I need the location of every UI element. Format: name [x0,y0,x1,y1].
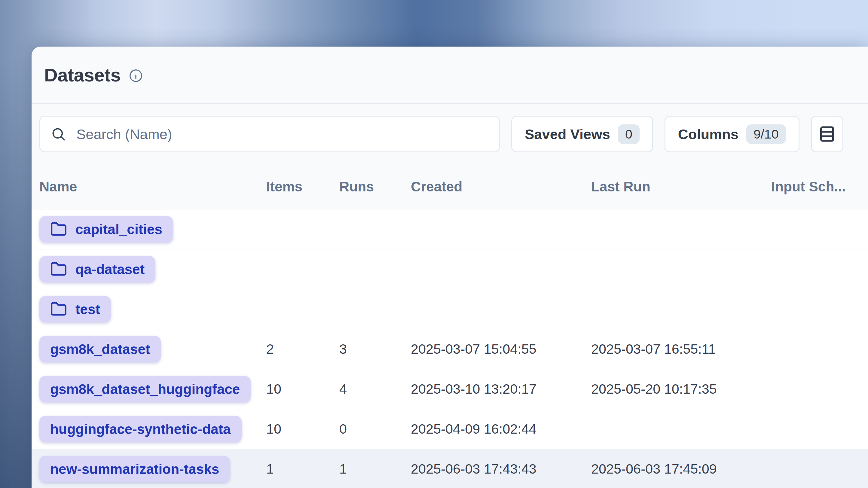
created-cell: 2025-06-03 17:43:43 [411,461,591,477]
items-cell: 10 [266,421,339,437]
last-run-cell: 2025-06-03 17:45:09 [591,461,771,477]
dataset-name-label: gsm8k_dataset_huggingface [50,381,240,397]
column-header-created: Created [411,178,591,195]
search-box [39,116,500,152]
table-row[interactable]: gsm8k_dataset_huggingface 10 4 2025-03-1… [32,369,868,409]
table-body: capital_cities qa-dataset [32,209,868,488]
created-cell: 2025-04-09 16:02:44 [411,421,591,437]
column-header-runs: Runs [339,178,411,195]
dataset-name-badge[interactable]: test [39,296,111,322]
runs-cell: 4 [339,381,411,397]
dataset-name-label: capital_cities [75,221,162,237]
table-row[interactable]: new-summarization-tasks 1 1 2025-06-03 1… [32,449,868,488]
created-cell: 2025-03-07 15:04:55 [411,341,591,357]
table-row[interactable]: test [32,289,868,329]
datasets-panel: Datasets Saved Views 0 Columns 9/10 [32,46,868,488]
dataset-name-cell: gsm8k_dataset [39,336,266,362]
last-run-cell: 2025-05-20 10:17:35 [591,381,771,397]
items-cell: 2 [266,341,339,357]
columns-count-badge: 9/10 [746,124,786,144]
table-header-row: Name Items Runs Created Last Run Input S… [32,164,868,209]
dataset-name-label: new-summarization-tasks [50,461,219,477]
column-header-name: Name [39,178,266,195]
dataset-name-label: qa-dataset [75,261,145,278]
panel-header: Datasets [32,46,868,104]
dataset-name-badge[interactable]: capital_cities [39,216,173,242]
folder-icon [50,261,67,278]
page-title: Datasets [44,64,121,86]
dataset-name-label: gsm8k_dataset [50,341,150,357]
column-header-last-run: Last Run [591,178,771,195]
row-height-button[interactable] [811,116,843,152]
dataset-name-badge[interactable]: new-summarization-tasks [39,456,230,482]
column-header-items: Items [266,178,339,195]
folder-icon [50,301,67,318]
columns-label: Columns [678,126,739,142]
folder-icon [50,221,67,238]
dataset-name-label: huggingface-synthetic-data [50,421,231,437]
dataset-name-cell: capital_cities [39,216,266,242]
table-row[interactable]: capital_cities [32,209,868,250]
table-row[interactable]: qa-dataset [32,250,868,289]
items-cell: 1 [266,461,339,477]
info-circle-icon[interactable] [129,69,143,83]
search-icon [51,126,66,142]
columns-button[interactable]: Columns 9/10 [664,116,800,152]
created-cell: 2025-03-10 13:20:17 [411,381,591,397]
dataset-name-badge[interactable]: huggingface-synthetic-data [39,416,242,442]
column-header-input-schema: Input Sch... [771,178,868,195]
saved-views-label: Saved Views [525,126,610,142]
dataset-name-cell: test [39,296,266,322]
dataset-name-label: test [75,301,100,317]
toolbar: Saved Views 0 Columns 9/10 [32,104,868,152]
runs-cell: 1 [339,461,411,477]
runs-cell: 3 [339,341,411,357]
dataset-name-badge[interactable]: gsm8k_dataset_huggingface [39,376,251,402]
dataset-name-cell: huggingface-synthetic-data [39,416,266,442]
dataset-name-cell: qa-dataset [39,256,266,283]
search-input[interactable] [76,126,489,143]
dataset-name-cell: new-summarization-tasks [39,456,266,482]
dataset-name-cell: gsm8k_dataset_huggingface [39,376,266,402]
saved-views-button[interactable]: Saved Views 0 [511,116,653,152]
rows-icon [818,124,836,144]
runs-cell: 0 [339,421,411,437]
table-row[interactable]: gsm8k_dataset 2 3 2025-03-07 15:04:55 20… [32,329,868,369]
table-row[interactable]: huggingface-synthetic-data 10 0 2025-04-… [32,409,868,449]
dataset-name-badge[interactable]: gsm8k_dataset [39,336,161,362]
items-cell: 10 [266,381,339,397]
last-run-cell: 2025-03-07 16:55:11 [591,341,771,357]
saved-views-count-badge: 0 [618,124,640,144]
dataset-name-badge[interactable]: qa-dataset [39,256,155,283]
